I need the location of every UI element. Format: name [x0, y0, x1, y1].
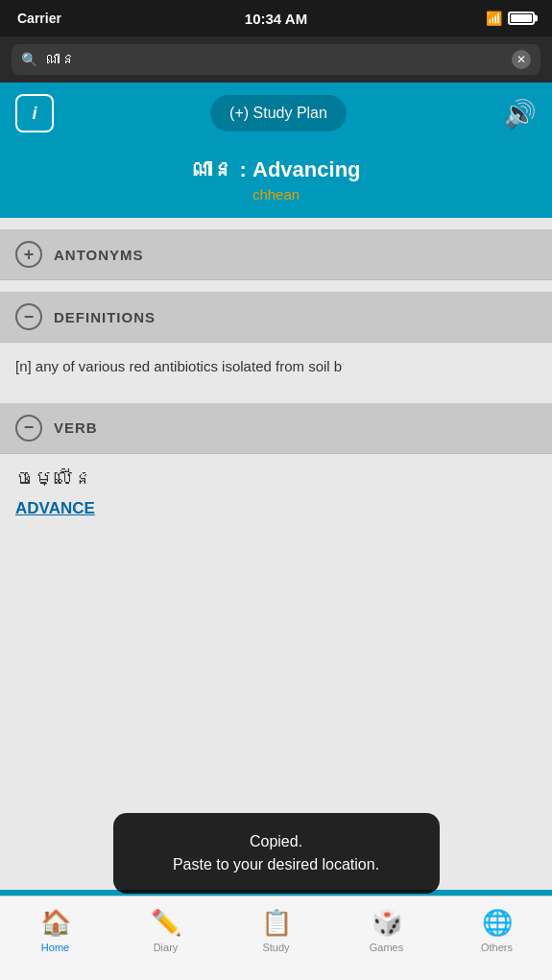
games-icon: 🎲	[372, 908, 402, 938]
verb-toggle[interactable]: −	[15, 415, 42, 442]
search-input[interactable]: ណាន	[45, 51, 504, 68]
section-spacer-2	[0, 280, 552, 292]
tab-games[interactable]: 🎲 Games	[331, 904, 442, 953]
search-bar: 🔍 ណាន ✕	[0, 36, 552, 83]
antonyms-section-header[interactable]: + ANTONYMS	[0, 229, 552, 280]
definitions-section-header[interactable]: − DEFINITIONS	[0, 292, 552, 343]
word-title: ណាន : Advancing	[15, 157, 537, 182]
toast-line2: Paste to your desired location.	[173, 856, 379, 872]
verb-content: ចម្លើន ADVANCE	[0, 454, 552, 532]
status-icons: 📶	[486, 11, 535, 26]
sound-icon: 🔊	[503, 99, 537, 129]
study-plan-button[interactable]: (+) Study Plan	[210, 95, 347, 131]
search-icon: 🔍	[21, 52, 37, 67]
khmer-word: ណាន	[191, 157, 233, 181]
verb-minus-icon: −	[24, 418, 35, 438]
tab-diary[interactable]: ✏️ Diary	[110, 904, 221, 953]
clear-icon: ✕	[516, 53, 526, 66]
colon: :	[233, 157, 252, 181]
verb-section-header[interactable]: − VERB	[0, 403, 552, 454]
carrier-label: Carrier	[17, 11, 61, 26]
section-spacer-3	[0, 392, 552, 403]
toast-notification: Copied. Paste to your desired location.	[113, 813, 440, 894]
antonyms-toggle[interactable]: +	[15, 241, 42, 268]
verb-english-link[interactable]: ADVANCE	[15, 499, 537, 518]
tab-study[interactable]: 📋 Study	[221, 904, 331, 953]
status-bar: Carrier 10:34 AM 📶	[0, 0, 552, 36]
study-label: Study	[262, 942, 289, 953]
verb-label: VERB	[54, 419, 98, 436]
home-icon: 🏠	[40, 908, 71, 938]
definitions-content: [n] any of various red antibiotics isola…	[0, 343, 552, 392]
content-area: + ANTONYMS − DEFINITIONS [n] any of vari…	[0, 218, 552, 532]
diary-label: Diary	[154, 942, 179, 953]
search-input-container[interactable]: 🔍 ណាន ✕	[12, 44, 540, 75]
diary-icon: ✏️	[151, 908, 181, 938]
study-plan-label: (+) Study Plan	[229, 105, 327, 122]
others-label: Others	[481, 942, 513, 953]
others-icon: 🌐	[482, 908, 513, 938]
study-icon: 📋	[261, 908, 292, 938]
verb-khmer-text: ចម្លើន	[15, 467, 537, 490]
time-label: 10:34 AM	[245, 11, 307, 27]
definitions-label: DEFINITIONS	[54, 309, 156, 325]
definitions-minus-icon: −	[24, 307, 35, 327]
antonyms-label: ANTONYMS	[54, 247, 144, 263]
word-romanization: chhean	[15, 186, 537, 203]
toast-line1: Copied.	[250, 833, 302, 849]
section-spacer-1	[0, 218, 552, 229]
info-button[interactable]: i	[15, 94, 54, 132]
definitions-text: [n] any of various red antibiotics isola…	[15, 358, 342, 374]
games-label: Games	[370, 942, 403, 953]
word-header: ណាន : Advancing chhean	[0, 144, 552, 218]
battery-icon	[508, 12, 535, 25]
tab-others[interactable]: 🌐 Others	[442, 904, 552, 953]
info-label: i	[32, 104, 36, 124]
antonyms-plus-icon: +	[24, 245, 35, 265]
home-label: Home	[41, 942, 69, 953]
tab-bar: 🏠 Home ✏️ Diary 📋 Study 🎲 Games 🌐 Others	[0, 896, 552, 980]
sound-button[interactable]: 🔊	[503, 98, 537, 130]
tab-home[interactable]: 🏠 Home	[0, 904, 110, 953]
clear-button[interactable]: ✕	[512, 50, 531, 69]
english-word: Advancing	[252, 157, 360, 181]
wifi-icon: 📶	[486, 11, 502, 26]
definitions-toggle[interactable]: −	[15, 303, 42, 330]
toolbar: i (+) Study Plan 🔊	[0, 83, 552, 144]
